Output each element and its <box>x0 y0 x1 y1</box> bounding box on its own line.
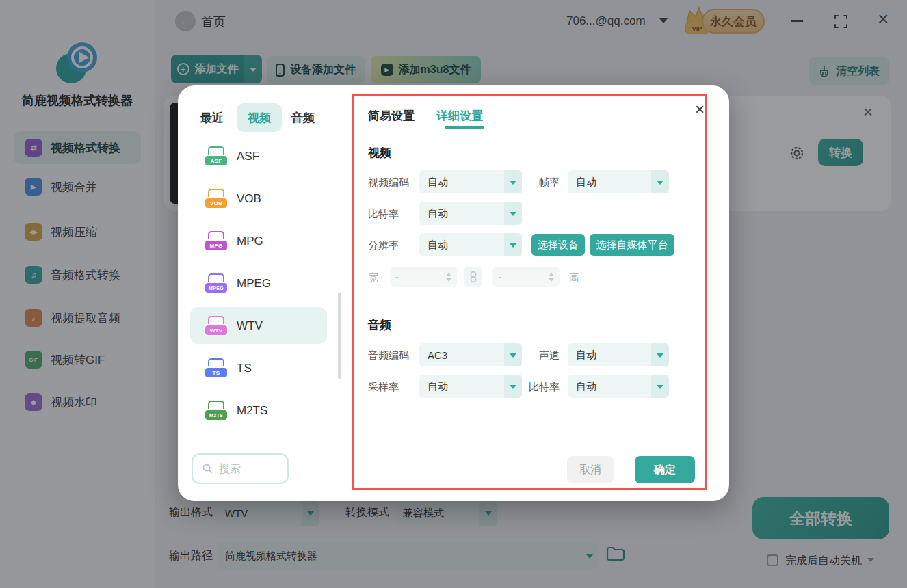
format-row-ts[interactable]: TS <box>237 362 252 375</box>
video-encode-value: 自动 <box>419 176 504 189</box>
audio-encode-label: 音频编码 <box>368 349 409 362</box>
height-value: - <box>498 271 501 282</box>
video-bitrate-label: 比特率 <box>368 208 399 221</box>
format-row-mpg[interactable]: MPG <box>237 235 263 248</box>
channel-value: 自动 <box>568 349 651 362</box>
height-label: 高 <box>569 271 579 284</box>
select-media-platform-button[interactable]: 选择自媒体平台 <box>590 234 674 256</box>
audio-section-title: 音频 <box>368 317 391 333</box>
mpeg-format-icon: MPEG <box>205 273 227 293</box>
width-value: - <box>395 271 399 282</box>
sample-rate-select[interactable]: 自动 <box>419 375 522 398</box>
cancel-button[interactable]: 取消 <box>567 456 614 483</box>
search-icon <box>202 464 213 474</box>
link-dimensions-icon[interactable] <box>464 267 482 287</box>
tab-detail-settings[interactable]: 详细设置 <box>436 108 483 124</box>
height-stepper[interactable] <box>549 270 554 284</box>
chevron-down-icon <box>651 170 669 193</box>
mpg-format-icon: MPG <box>205 231 227 250</box>
sample-rate-value: 自动 <box>419 380 504 393</box>
video-encode-label: 视频编码 <box>368 176 409 189</box>
app-window: 简鹿视频格式转换器 ⇄ 视频格式转换 ▶ 视频合并 ◀▶ 视频压缩 ♫ 音频格式… <box>0 0 907 588</box>
ok-button[interactable]: 确定 <box>635 456 695 483</box>
height-input[interactable]: - <box>492 267 560 287</box>
video-bitrate-select[interactable]: 自动 <box>419 202 522 225</box>
chevron-down-icon <box>504 233 522 256</box>
format-settings-modal <box>178 85 729 501</box>
resolution-select[interactable]: 自动 <box>419 233 522 256</box>
fps-select[interactable]: 自动 <box>568 170 669 193</box>
resolution-label: 分辨率 <box>368 239 399 252</box>
format-row-asf[interactable]: ASF <box>237 150 259 163</box>
tab-audio[interactable]: 音频 <box>291 110 315 126</box>
wtv-format-icon: WTV <box>205 316 227 335</box>
sample-rate-label: 采样率 <box>368 381 399 394</box>
channel-label: 声道 <box>518 349 560 362</box>
m2ts-format-icon: M2TS <box>205 401 227 420</box>
format-row-wtv-selected[interactable]: WTV <box>237 319 263 333</box>
chevron-down-icon <box>651 343 669 366</box>
tab-simple-settings[interactable]: 简易设置 <box>368 108 415 124</box>
resolution-value: 自动 <box>419 239 504 252</box>
video-bitrate-value: 自动 <box>419 207 504 220</box>
audio-bitrate-label: 比特率 <box>518 381 560 394</box>
tab-video-label: 视频 <box>248 110 271 126</box>
fps-value: 自动 <box>568 176 651 189</box>
format-row-vob[interactable]: VOB <box>237 192 261 206</box>
search-input[interactable] <box>218 462 282 476</box>
audio-bitrate-select[interactable]: 自动 <box>568 375 669 398</box>
format-search-box <box>192 453 289 484</box>
ts-format-icon: TS <box>205 358 227 377</box>
format-row-mpeg[interactable]: MPEG <box>237 277 271 291</box>
chevron-down-icon <box>504 202 522 225</box>
format-list-scrollbar[interactable] <box>338 293 341 379</box>
video-encode-select[interactable]: 自动 <box>419 170 522 193</box>
width-input[interactable]: - <box>390 267 457 287</box>
select-device-button[interactable]: 选择设备 <box>531 234 585 256</box>
close-settings-icon[interactable]: × <box>695 101 705 118</box>
width-label: 宽 <box>368 271 378 284</box>
section-divider <box>368 302 691 302</box>
audio-encode-value: AC3 <box>419 349 504 361</box>
format-row-m2ts[interactable]: M2TS <box>237 404 267 418</box>
width-stepper[interactable] <box>446 270 451 284</box>
vob-format-icon: VOB <box>205 189 227 208</box>
tab-video[interactable]: 视频 <box>237 103 282 132</box>
channel-select[interactable]: 自动 <box>568 343 669 366</box>
active-tab-underline <box>445 126 484 129</box>
audio-encode-select[interactable]: AC3 <box>419 343 522 366</box>
audio-bitrate-value: 自动 <box>568 380 651 393</box>
chevron-down-icon <box>651 375 669 398</box>
asf-format-icon: ASF <box>205 146 227 165</box>
fps-label: 帧率 <box>518 176 560 189</box>
video-section-title: 视频 <box>368 145 391 161</box>
tab-recent[interactable]: 最近 <box>200 110 224 126</box>
